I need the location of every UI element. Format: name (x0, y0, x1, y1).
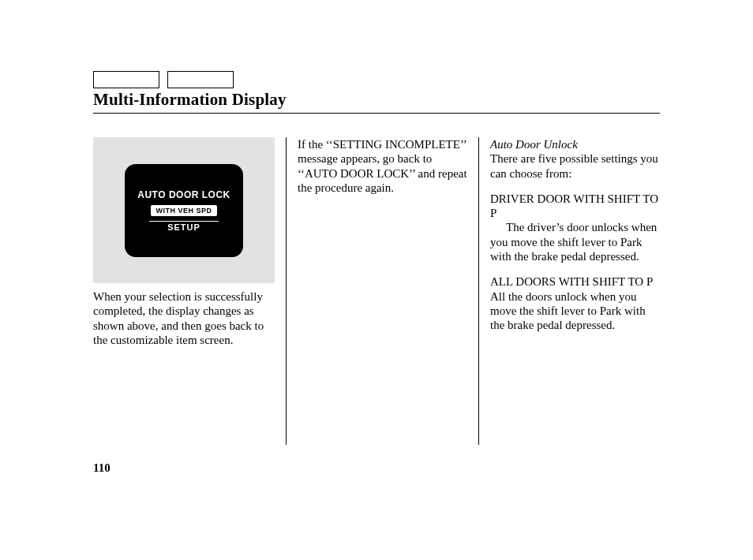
header-tabs (93, 71, 660, 88)
column-3: Auto Door Unlock There are five possible… (478, 137, 660, 445)
option-2-desc: All the doors unlock when you move the s… (490, 289, 660, 333)
display-line-1: AUTO DOOR LOCK (137, 189, 230, 200)
option-2-title: ALL DOORS WITH SHIFT TO P (490, 274, 660, 289)
option-1-desc-line2: you move the shift lever to Park with th… (490, 235, 660, 264)
option-1-title: DRIVER DOOR WITH SHIFT TO P (490, 192, 660, 221)
mid-display-icon: AUTO DOOR LOCK WITH VEH SPD SETUP (125, 164, 243, 257)
column-1: AUTO DOOR LOCK WITH VEH SPD SETUP When y… (93, 137, 286, 445)
col1-paragraph: When your selection is successfully comp… (93, 289, 275, 347)
display-setup-label: SETUP (149, 221, 219, 232)
page-title: Multi-Information Display (93, 90, 660, 110)
col3-intro: There are five possible settings you can… (490, 151, 660, 181)
col2-paragraph: If the ‘‘SETTING INCOMPLETE’’ message ap… (298, 137, 467, 195)
page-number: 110 (93, 461, 111, 475)
display-selected-chip: WITH VEH SPD (151, 205, 216, 216)
display-illustration-bg: AUTO DOOR LOCK WITH VEH SPD SETUP (93, 137, 275, 283)
page: Multi-Information Display AUTO DOOR LOCK… (0, 0, 753, 445)
column-2: If the ‘‘SETTING INCOMPLETE’’ message ap… (286, 137, 478, 445)
content-columns: AUTO DOOR LOCK WITH VEH SPD SETUP When y… (93, 137, 660, 445)
title-rule (93, 113, 660, 114)
tab-placeholder-2 (167, 71, 234, 88)
option-1-desc-line1: The driver’s door unlocks when (490, 220, 660, 234)
section-heading-auto-door-unlock: Auto Door Unlock (490, 137, 660, 151)
tab-placeholder-1 (93, 71, 159, 88)
